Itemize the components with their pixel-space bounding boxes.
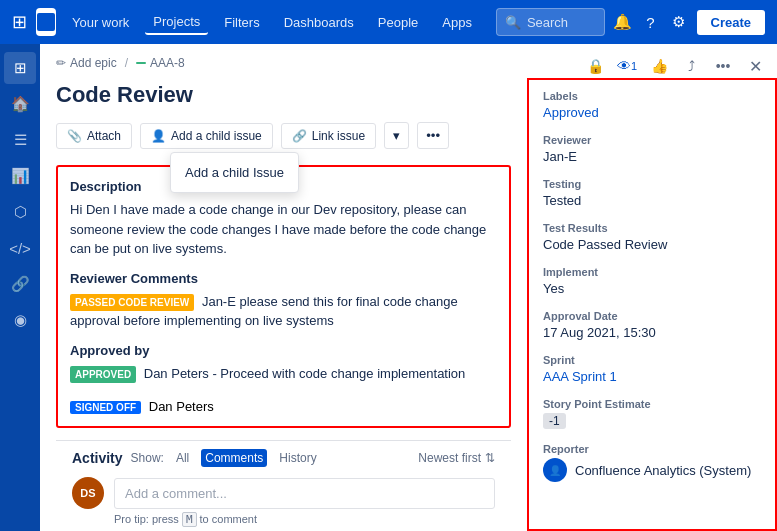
more-options-icon[interactable]: ••• xyxy=(709,52,737,80)
action-buttons: 📎 Attach 👤 Add a child issue 🔗 Link issu… xyxy=(56,122,511,149)
child-issue-popup-label: Add a child Issue xyxy=(185,165,284,180)
nav-apps[interactable]: Apps xyxy=(434,11,480,34)
sort-icon: ⇅ xyxy=(485,451,495,465)
global-search[interactable]: 🔍 Search xyxy=(496,8,605,36)
issue-tag xyxy=(136,62,146,64)
right-panel: Labels Approved Reviewer Jan-E Testing T… xyxy=(527,78,777,531)
description-section: Description Hi Den I have made a code ch… xyxy=(56,165,511,428)
search-icon: 🔍 xyxy=(505,15,521,30)
nav-your-work[interactable]: Your work xyxy=(64,11,137,34)
sidebar-icon-reports[interactable]: 📊 xyxy=(4,160,36,192)
activity-section: Activity Show: All Comments History Newe… xyxy=(56,440,511,531)
story-points-field: Story point estimate -1 xyxy=(543,398,761,429)
nav-people[interactable]: People xyxy=(370,11,426,34)
show-comments-option[interactable]: Comments xyxy=(201,449,267,467)
implement-label: Implement xyxy=(543,266,761,278)
testing-value: Tested xyxy=(543,193,761,208)
labels-value[interactable]: Approved xyxy=(543,105,761,120)
add-child-issue-button[interactable]: 👤 Add a child issue xyxy=(140,123,273,149)
sprint-value[interactable]: AAA Sprint 1 xyxy=(543,369,761,384)
left-panel: Code Review 📎 Attach 👤 Add a child issue xyxy=(40,78,527,531)
signed-off-text: Dan Peters xyxy=(149,399,214,414)
activity-header: Activity Show: All Comments History Newe… xyxy=(72,449,495,467)
breadcrumb-add-epic[interactable]: ✏ Add epic xyxy=(56,56,117,70)
sprint-label: Sprint xyxy=(543,354,761,366)
breadcrumb: ✏ Add epic / AAA-8 🔒 👁 1 👍 ⤴ ••• ✕ xyxy=(40,44,777,78)
reporter-avatar: 👤 xyxy=(543,458,567,482)
reporter-field: Reporter 👤 Confluence Analytics (System) xyxy=(543,443,761,482)
lock-icon[interactable]: 🔒 xyxy=(581,52,609,80)
attach-button[interactable]: 📎 Attach xyxy=(56,123,132,149)
pencil-icon: ✏ xyxy=(56,56,66,70)
reviewer-label: Reviewer xyxy=(543,134,761,146)
share-icon[interactable]: ⤴ xyxy=(677,52,705,80)
issue-tag-label: AAA-8 xyxy=(150,56,185,70)
sidebar-icon-backlog[interactable]: ☰ xyxy=(4,124,36,156)
jira-logo[interactable] xyxy=(36,8,56,36)
comment-input[interactable]: Add a comment... xyxy=(114,478,495,509)
sidebar: ⊞ 🏠 ☰ 📊 ⬡ </> 🔗 ◉ xyxy=(0,44,40,531)
nav-dashboards[interactable]: Dashboards xyxy=(276,11,362,34)
approved-by-label: Approved by xyxy=(70,343,497,358)
sidebar-icon-components[interactable]: ⬡ xyxy=(4,196,36,228)
watch-icon[interactable]: 👁 1 xyxy=(613,52,641,80)
reporter-avatar-icon: 👤 xyxy=(549,465,561,476)
reviewer-value: Jan-E xyxy=(543,149,761,164)
sidebar-icon-board[interactable]: 🏠 xyxy=(4,88,36,120)
pro-tip: Pro tip: press M to comment xyxy=(72,513,495,526)
link-icon: 🔗 xyxy=(292,129,307,143)
passed-code-review-badge: PASSED CODE REVIEW xyxy=(70,294,194,311)
approved-body: Dan Peters - Proceed with code change im… xyxy=(144,366,466,381)
sidebar-icon-releases[interactable]: 🔗 xyxy=(4,268,36,300)
help-icon[interactable]: ? xyxy=(641,8,661,36)
show-history-option[interactable]: History xyxy=(275,449,320,467)
breadcrumb-issue-tag[interactable]: AAA-8 xyxy=(136,56,185,70)
extra-actions-button[interactable]: ••• xyxy=(417,122,449,149)
apps-grid-icon[interactable]: ⊞ xyxy=(12,11,28,33)
issue-toolbar: 🔒 👁 1 👍 ⤴ ••• ✕ xyxy=(581,52,769,80)
more-actions-dropdown[interactable]: ▾ xyxy=(384,122,409,149)
approved-text: APPROVED Dan Peters - Proceed with code … xyxy=(70,364,497,384)
thumbs-up-icon[interactable]: 👍 xyxy=(645,52,673,80)
notifications-icon[interactable]: 🔔 xyxy=(613,8,633,36)
sidebar-icon-home[interactable]: ⊞ xyxy=(4,52,36,84)
sort-order[interactable]: Newest first ⇅ xyxy=(418,451,495,465)
show-label: Show: xyxy=(131,451,164,465)
sidebar-icon-code[interactable]: </> xyxy=(4,232,36,264)
nav-projects[interactable]: Projects xyxy=(145,10,208,35)
approval-date-field: Approval Date 17 Aug 2021, 15:30 xyxy=(543,310,761,340)
story-points-value: -1 xyxy=(543,413,761,429)
issue-modal: ✏ Add epic / AAA-8 🔒 👁 1 👍 ⤴ ••• ✕ xyxy=(40,44,777,531)
story-points-label: Story point estimate xyxy=(543,398,761,410)
shortcut-key: M xyxy=(182,512,197,527)
breadcrumb-separator: / xyxy=(125,56,128,70)
labels-field: Labels Approved xyxy=(543,90,761,120)
paperclip-icon: 📎 xyxy=(67,129,82,143)
approval-date-label: Approval Date xyxy=(543,310,761,322)
link-issue-button[interactable]: 🔗 Link issue xyxy=(281,123,376,149)
nav-filters[interactable]: Filters xyxy=(216,11,267,34)
test-results-label: Test results xyxy=(543,222,761,234)
comment-box: DS Add a comment... xyxy=(72,477,495,509)
sidebar-icon-other[interactable]: ◉ xyxy=(4,304,36,336)
reporter-row: 👤 Confluence Analytics (System) xyxy=(543,458,761,482)
search-placeholder: Search xyxy=(527,15,568,30)
issue-title: Code Review xyxy=(56,82,511,108)
show-all-option[interactable]: All xyxy=(172,449,193,467)
test-results-value: Code Passed Review xyxy=(543,237,761,252)
reporter-value: Confluence Analytics (System) xyxy=(575,463,751,478)
approved-badge: APPROVED xyxy=(70,366,136,383)
labels-label: Labels xyxy=(543,90,761,102)
activity-title: Activity xyxy=(72,450,123,466)
create-button[interactable]: Create xyxy=(697,10,765,35)
reviewer-comment-text: PASSED CODE REVIEW Jan-E please send thi… xyxy=(70,292,497,331)
implement-value: Yes xyxy=(543,281,761,296)
settings-icon[interactable]: ⚙ xyxy=(669,8,689,36)
signed-off-row: SIGNED OFF Dan Peters xyxy=(70,399,497,414)
signed-off-badge: SIGNED OFF xyxy=(70,401,141,414)
description-text: Hi Den I have made a code change in our … xyxy=(70,200,497,259)
top-navigation: ⊞ Your work Projects Filters Dashboards … xyxy=(0,0,777,44)
close-icon[interactable]: ✕ xyxy=(741,52,769,80)
child-issue-popup: Add a child Issue xyxy=(170,152,299,193)
test-results-field: Test results Code Passed Review xyxy=(543,222,761,252)
